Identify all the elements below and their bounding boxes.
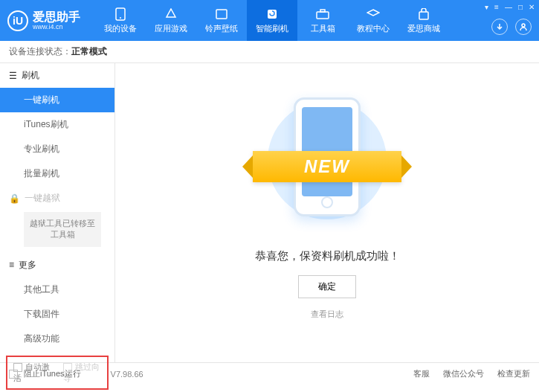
sidebar-item-batch[interactable]: 批量刷机: [0, 161, 114, 186]
nav-label: 工具箱: [311, 23, 335, 34]
window-controls: ▾ ≡ — □ ✕: [485, 3, 535, 11]
bars-icon: ☰: [9, 71, 17, 81]
logo-area: iU 爱思助手 www.i4.cn: [7, 10, 80, 31]
nav-label: 智能刷机: [256, 23, 288, 34]
app-subtitle: www.i4.cn: [33, 23, 80, 30]
minimize-icon[interactable]: —: [505, 3, 512, 11]
sidebar-item-oneclick[interactable]: 一键刷机: [0, 88, 114, 112]
group-label: 一键越狱: [25, 192, 60, 205]
jailbreak-moved-notice: 越狱工具已转移至工具箱: [24, 212, 101, 247]
status-prefix: 设备连接状态：: [9, 45, 71, 58]
device-status-bar: 设备连接状态： 正常模式: [0, 41, 539, 63]
success-illustration: NEW: [260, 93, 394, 227]
more-icon: ≡: [9, 260, 14, 270]
svg-point-7: [522, 24, 525, 27]
header-actions: [491, 19, 532, 35]
user-icon[interactable]: [515, 19, 532, 35]
app-header: iU 爱思助手 www.i4.cn 我的设备 应用游戏 铃声壁纸 智能刷机 工具…: [0, 0, 539, 41]
nav-label: 爱思商城: [407, 23, 440, 34]
svg-rect-6: [419, 12, 428, 19]
ok-button[interactable]: 确定: [298, 275, 356, 298]
download-icon[interactable]: [491, 19, 508, 35]
sidebar-item-other-tools[interactable]: 其他工具: [0, 277, 114, 302]
logo-icon: iU: [7, 10, 28, 31]
status-value: 正常模式: [71, 45, 107, 58]
new-ribbon: NEW: [253, 151, 401, 182]
sidebar-item-download-firmware[interactable]: 下载固件: [0, 302, 114, 327]
svg-rect-2: [216, 10, 227, 19]
footer-link-support[interactable]: 客服: [413, 368, 430, 379]
close-icon[interactable]: ✕: [529, 3, 535, 11]
graduation-icon: [366, 7, 381, 21]
toolbox-icon: [315, 7, 330, 21]
nav-ringtones[interactable]: 铃声壁纸: [196, 0, 247, 41]
svg-rect-4: [317, 12, 329, 19]
checkbox-block-itunes[interactable]: 阻止iTunes运行: [9, 368, 81, 379]
footer-link-wechat[interactable]: 微信公众号: [443, 368, 484, 379]
nav-label: 我的设备: [104, 23, 137, 34]
store-icon: [416, 7, 431, 21]
nav-label: 教程中心: [357, 23, 390, 34]
nav-toolbox[interactable]: 工具箱: [297, 0, 348, 41]
nav-label: 应用游戏: [155, 23, 187, 34]
nav-tutorials[interactable]: 教程中心: [348, 0, 398, 41]
version-label: V7.98.66: [111, 370, 143, 379]
nav-label: 铃声壁纸: [205, 23, 238, 34]
success-message: 恭喜您，保资料刷机成功啦！: [255, 249, 400, 263]
nav-store[interactable]: 爱思商城: [398, 0, 449, 41]
main-nav: 我的设备 应用游戏 铃声壁纸 智能刷机 工具箱 教程中心 爱思商城: [95, 0, 449, 41]
sidebar-item-itunes[interactable]: iTunes刷机: [0, 112, 114, 137]
app-title: 爱思助手: [33, 11, 80, 23]
view-log-link[interactable]: 查看日志: [311, 309, 343, 320]
group-label: 更多: [19, 259, 36, 271]
sidebar-item-advanced[interactable]: 高级功能: [0, 327, 114, 351]
main-content: NEW 恭喜您，保资料刷机成功啦！ 确定 查看日志: [115, 63, 539, 362]
sidebar-group-jailbreak: 🔒 一键越狱: [0, 186, 114, 211]
phone-icon: [113, 7, 128, 21]
sidebar-group-more[interactable]: ≡ 更多: [0, 253, 114, 277]
menu-icon[interactable]: ▾: [485, 3, 488, 11]
group-label: 刷机: [22, 69, 39, 82]
nav-smart-flash[interactable]: 智能刷机: [247, 0, 297, 41]
nav-my-device[interactable]: 我的设备: [95, 0, 146, 41]
settings-icon[interactable]: ≡: [494, 3, 499, 11]
svg-rect-5: [320, 10, 325, 12]
apps-icon: [164, 7, 178, 21]
wallpaper-icon: [214, 7, 229, 21]
sidebar-item-pro[interactable]: 专业刷机: [0, 137, 114, 161]
lock-icon: 🔒: [9, 193, 20, 204]
svg-point-1: [120, 17, 121, 19]
refresh-icon: [265, 7, 280, 21]
sidebar: ☰ 刷机 一键刷机 iTunes刷机 专业刷机 批量刷机 🔒 一键越狱 越狱工具…: [0, 63, 115, 362]
footer-link-update[interactable]: 检查更新: [497, 368, 530, 379]
sidebar-group-flash[interactable]: ☰ 刷机: [0, 63, 114, 88]
nav-apps[interactable]: 应用游戏: [146, 0, 196, 41]
maximize-icon[interactable]: □: [518, 3, 523, 11]
